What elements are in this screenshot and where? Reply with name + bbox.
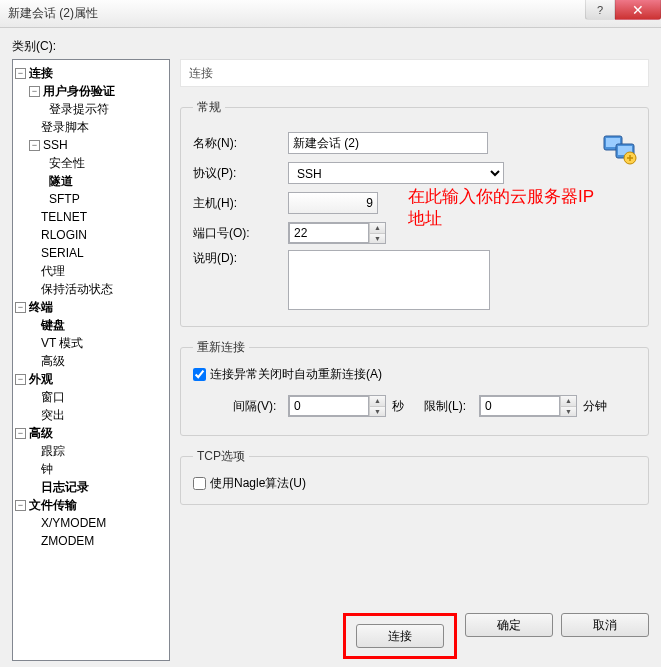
window-title: 新建会话 (2)属性 bbox=[8, 5, 657, 22]
tree-telnet[interactable]: TELNET bbox=[41, 210, 87, 224]
section-header: 连接 bbox=[180, 59, 649, 87]
protocol-select[interactable]: SSH bbox=[288, 162, 504, 184]
tree-bell[interactable]: 钟 bbox=[41, 461, 53, 478]
collapse-icon[interactable]: − bbox=[29, 140, 40, 151]
port-input[interactable] bbox=[289, 223, 369, 243]
tree-login-prompt[interactable]: 登录提示符 bbox=[49, 101, 109, 118]
tree-vtmode[interactable]: VT 模式 bbox=[41, 335, 83, 352]
collapse-icon[interactable]: − bbox=[15, 68, 26, 79]
tcp-legend: TCP选项 bbox=[193, 448, 249, 465]
tree-xymodem[interactable]: X/YMODEM bbox=[41, 516, 106, 530]
desc-textarea[interactable] bbox=[288, 250, 490, 310]
tree-connection[interactable]: 连接 bbox=[29, 65, 53, 82]
tree-highlight[interactable]: 突出 bbox=[41, 407, 65, 424]
category-label: 类别(C): bbox=[12, 38, 649, 55]
connect-button[interactable]: 连接 bbox=[356, 624, 444, 648]
reconnect-legend: 重新连接 bbox=[193, 339, 249, 356]
tree-proxy[interactable]: 代理 bbox=[41, 263, 65, 280]
tree-keyboard[interactable]: 键盘 bbox=[41, 317, 65, 334]
tree-rlogin[interactable]: RLOGIN bbox=[41, 228, 87, 242]
tree-serial[interactable]: SERIAL bbox=[41, 246, 84, 260]
collapse-icon[interactable]: − bbox=[29, 86, 40, 97]
tcp-group: TCP选项 使用Nagle算法(U) bbox=[180, 448, 649, 505]
host-label: 主机(H): bbox=[193, 195, 288, 212]
desc-label: 说明(D): bbox=[193, 250, 288, 267]
collapse-icon[interactable]: − bbox=[15, 500, 26, 511]
title-bar: 新建会话 (2)属性 ? ✕ bbox=[0, 0, 661, 28]
tree-terminal[interactable]: 终端 bbox=[29, 299, 53, 316]
host-input[interactable] bbox=[288, 192, 378, 214]
spin-up-icon[interactable]: ▲ bbox=[370, 223, 385, 234]
limit-spinner[interactable]: ▲▼ bbox=[479, 395, 577, 417]
tree-advanced[interactable]: 高级 bbox=[29, 425, 53, 442]
tree-sftp[interactable]: SFTP bbox=[49, 192, 80, 206]
name-input[interactable] bbox=[288, 132, 488, 154]
tree-window[interactable]: 窗口 bbox=[41, 389, 65, 406]
general-group: 常规 名称(N): 协议(P): SSH bbox=[180, 99, 649, 327]
tree-ssh[interactable]: SSH bbox=[43, 138, 68, 152]
dialog-buttons: 连接 确定 取消 bbox=[180, 607, 649, 661]
tree-security[interactable]: 安全性 bbox=[49, 155, 85, 172]
auto-reconnect-checkbox[interactable] bbox=[193, 368, 206, 381]
seconds-label: 秒 bbox=[392, 398, 404, 415]
general-legend: 常规 bbox=[193, 99, 225, 116]
tree-keepalive[interactable]: 保持活动状态 bbox=[41, 281, 113, 298]
tree-advanced-t[interactable]: 高级 bbox=[41, 353, 65, 370]
auto-reconnect-label: 连接异常关闭时自动重新连接(A) bbox=[210, 366, 382, 383]
collapse-icon[interactable]: − bbox=[15, 428, 26, 439]
tree-trace[interactable]: 跟踪 bbox=[41, 443, 65, 460]
tree-file-transfer[interactable]: 文件传输 bbox=[29, 497, 77, 514]
reconnect-group: 重新连接 连接异常关闭时自动重新连接(A) 间隔(V): ▲▼ 秒 限制(L): bbox=[180, 339, 649, 436]
close-button[interactable]: ✕ bbox=[615, 0, 661, 20]
nagle-label: 使用Nagle算法(U) bbox=[210, 475, 306, 492]
highlight-box: 连接 bbox=[343, 613, 457, 659]
cancel-button[interactable]: 取消 bbox=[561, 613, 649, 637]
connection-icon bbox=[602, 130, 638, 166]
tree-auth[interactable]: 用户身份验证 bbox=[43, 83, 115, 100]
collapse-icon[interactable]: − bbox=[15, 374, 26, 385]
tree-zmodem[interactable]: ZMODEM bbox=[41, 534, 94, 548]
limit-label: 限制(L): bbox=[424, 398, 479, 415]
protocol-label: 协议(P): bbox=[193, 165, 288, 182]
port-label: 端口号(O): bbox=[193, 225, 288, 242]
spin-down-icon[interactable]: ▼ bbox=[370, 407, 385, 417]
name-label: 名称(N): bbox=[193, 135, 288, 152]
minutes-label: 分钟 bbox=[583, 398, 607, 415]
spin-up-icon[interactable]: ▲ bbox=[370, 396, 385, 407]
tree-appearance[interactable]: 外观 bbox=[29, 371, 53, 388]
category-tree[interactable]: −连接 −用户身份验证 登录提示符 登录脚本 −SSH 安全性 隧道 SFTP bbox=[12, 59, 170, 661]
collapse-icon[interactable]: − bbox=[15, 302, 26, 313]
spin-down-icon[interactable]: ▼ bbox=[370, 234, 385, 244]
tree-tunnel[interactable]: 隧道 bbox=[49, 173, 73, 190]
interval-spinner[interactable]: ▲▼ bbox=[288, 395, 386, 417]
tree-login-script[interactable]: 登录脚本 bbox=[41, 119, 89, 136]
window-buttons: ? ✕ bbox=[585, 0, 661, 20]
tree-logging[interactable]: 日志记录 bbox=[41, 479, 89, 496]
spin-down-icon[interactable]: ▼ bbox=[561, 407, 576, 417]
nagle-checkbox[interactable] bbox=[193, 477, 206, 490]
spin-up-icon[interactable]: ▲ bbox=[561, 396, 576, 407]
help-button[interactable]: ? bbox=[585, 0, 615, 20]
ok-button[interactable]: 确定 bbox=[465, 613, 553, 637]
interval-label: 间隔(V): bbox=[233, 398, 288, 415]
limit-input[interactable] bbox=[480, 396, 560, 416]
interval-input[interactable] bbox=[289, 396, 369, 416]
port-spinner[interactable]: ▲▼ bbox=[288, 222, 386, 244]
